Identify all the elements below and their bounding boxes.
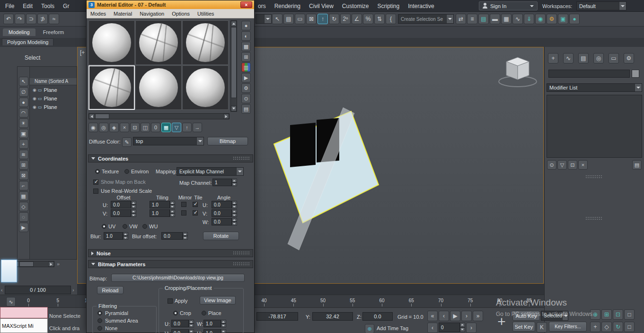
viewport-menu-label[interactable]: [+ (80, 49, 85, 56)
select-and-move-icon[interactable]: ↑ (318, 14, 328, 24)
sample-horizontal-scrollbar[interactable] (88, 113, 229, 119)
modify-tab-icon[interactable]: ∿ (563, 53, 573, 63)
filter-radio-pyramidal[interactable] (97, 311, 102, 315)
auto-key-button[interactable]: Auto Key (512, 311, 540, 321)
put-material-to-scene-icon[interactable]: ◎ (99, 123, 108, 132)
pick-parent-icon[interactable]: ↖ (19, 77, 28, 86)
filter-radio-summed-area[interactable] (97, 318, 102, 323)
zoom-all-icon[interactable]: ⊞ (601, 309, 612, 320)
menu-gr[interactable]: Gr (59, 3, 73, 9)
sample-slot-6[interactable] (182, 65, 229, 110)
make-material-copy-icon[interactable]: ⊡ (130, 123, 140, 132)
current-frame-spinner[interactable]: 0 (439, 323, 465, 332)
black-plane-left[interactable] (290, 123, 316, 167)
go-to-parent-icon[interactable]: ↑ (182, 123, 192, 132)
set-key-button[interactable]: Set Key (512, 322, 535, 332)
environ-radio[interactable] (124, 169, 129, 174)
background-icon[interactable]: ▩ (241, 42, 251, 51)
reset-map-icon[interactable]: × (120, 123, 129, 132)
zoom-icon[interactable]: ⊕ (590, 309, 600, 320)
crop-u-spinner[interactable]: 0.0 (171, 320, 194, 327)
sample-slot-4[interactable] (88, 65, 135, 110)
hierarchy-tab-icon[interactable]: ▤ (578, 53, 589, 63)
align-icon[interactable]: ≡ (467, 14, 477, 24)
display-geometry-icon[interactable]: ● (19, 98, 28, 107)
display-bones-icon[interactable]: ⌐ (19, 181, 28, 190)
sample-uv-tiling-icon[interactable]: ⊞ (241, 52, 251, 62)
named-selection-dropdown[interactable]: Create Selection Se (398, 14, 454, 24)
visibility-icon[interactable]: ◉ (33, 88, 36, 92)
field-of-view-icon[interactable]: ◇ (601, 322, 612, 332)
backlight-icon[interactable]: ◐ (241, 31, 251, 41)
list-item[interactable]: ◉▭Plane (30, 103, 77, 111)
reload-button[interactable]: Reload (97, 286, 124, 294)
close-icon[interactable]: × (240, 1, 252, 8)
uv-radio[interactable] (102, 224, 106, 229)
explorer-horizontal-scrollbar[interactable] (13, 261, 54, 267)
macro-recorder-pane[interactable] (0, 307, 48, 318)
apply-checkbox[interactable] (168, 298, 173, 304)
percent-snap-icon[interactable]: % (363, 14, 373, 24)
display-xrefs-icon[interactable]: ⊠ (19, 171, 28, 180)
render-production-icon[interactable]: ● (569, 14, 580, 24)
select-and-link-icon[interactable]: ⊃ (26, 14, 36, 24)
material-map-navigator-icon[interactable]: ▤ (241, 104, 251, 114)
mini-curve-editor-icon[interactable]: ∿ (6, 297, 16, 306)
viewcube[interactable] (499, 57, 537, 87)
frame-range-right-icon[interactable]: › (72, 287, 74, 293)
go-forward-sibling-icon[interactable]: → (193, 123, 202, 132)
selected-dropdown[interactable]: Selected (541, 311, 568, 321)
show-end-result-icon[interactable]: ▽ (172, 123, 181, 132)
map-name-dropdown[interactable]: top (133, 137, 204, 145)
scrollbar-thumb[interactable] (231, 27, 237, 98)
noise-rollout[interactable]: Noise (88, 249, 253, 257)
crop-v-spinner[interactable]: 0.0 (171, 329, 194, 333)
frame-range-left-icon[interactable]: ‹ (1, 287, 3, 293)
mapping-dropdown[interactable]: Explicit Map Channel (176, 167, 244, 176)
scroll-left-icon[interactable] (89, 114, 95, 119)
list-item[interactable]: ◉▭Plane (30, 94, 77, 103)
me-menu-modes[interactable]: Modes (87, 11, 110, 17)
remove-modifier-icon[interactable]: × (578, 160, 588, 170)
scene-explorer-icon[interactable]: ▦ (501, 14, 512, 24)
spin-up-icon[interactable] (460, 323, 465, 327)
rendered-frame-icon[interactable]: ▣ (558, 14, 568, 24)
layer-explorer-icon[interactable]: ▤ (478, 14, 489, 24)
options-icon[interactable]: ⚙ (241, 83, 251, 93)
expand-panel-icon[interactable]: ▶ (19, 223, 28, 232)
play-animation-icon[interactable]: ▶ (450, 311, 460, 321)
menu-file[interactable]: File (1, 3, 18, 9)
angle-snap-icon[interactable]: ∠ (352, 14, 362, 24)
go-to-end-icon[interactable]: » (473, 311, 483, 321)
display-shapes-icon[interactable]: ◠ (19, 108, 28, 117)
scroll-right-icon[interactable] (223, 114, 229, 119)
add-time-tag[interactable]: Add Time Tag (377, 325, 408, 331)
crop-radio[interactable] (173, 311, 178, 315)
v-mirror-checkbox[interactable] (181, 210, 186, 216)
list-item[interactable]: ◉▭Plane (30, 86, 77, 94)
orbit-icon[interactable]: ↻ (613, 322, 623, 332)
previous-frame-icon[interactable]: ‹ (427, 323, 438, 333)
named-selection-sets-icon[interactable]: { (386, 14, 396, 24)
zoom-extents-icon[interactable]: ⊡ (613, 309, 623, 320)
select-panel-title[interactable]: Select (25, 54, 40, 61)
wu-radio[interactable] (142, 224, 147, 229)
zoom-region-icon[interactable]: □ (624, 309, 635, 320)
me-menu-material[interactable]: Material (110, 11, 136, 17)
blur-spinner[interactable]: 1.0 (104, 232, 128, 240)
spinner-snap-icon[interactable]: ⇅ (374, 14, 385, 24)
bind-to-space-warp-icon[interactable]: ≈ (49, 14, 59, 24)
u-mirror-checkbox[interactable] (181, 202, 186, 207)
sample-slot-2[interactable] (135, 20, 182, 65)
mirror-icon[interactable]: ⇄ (456, 14, 466, 24)
menu-tools[interactable]: Tools (37, 3, 59, 9)
ribbon-tab-freeform[interactable]: Freeform (37, 28, 70, 36)
eyedropper-icon[interactable]: ✎ (122, 137, 132, 147)
modifier-list-dropdown[interactable]: Modifier List (547, 83, 642, 92)
coordinate-y-field[interactable]: 32.42 (312, 312, 353, 321)
v-tile-checkbox[interactable] (193, 210, 198, 216)
maximize-viewport-icon[interactable]: □ (624, 322, 635, 332)
bitmap-path-button[interactable]: C:\Users\johnsmith\Downloads\top view.jp… (111, 274, 245, 282)
ribbon-tab-modeling[interactable]: Modeling (3, 28, 35, 36)
me-menu-options[interactable]: Options (168, 11, 194, 17)
